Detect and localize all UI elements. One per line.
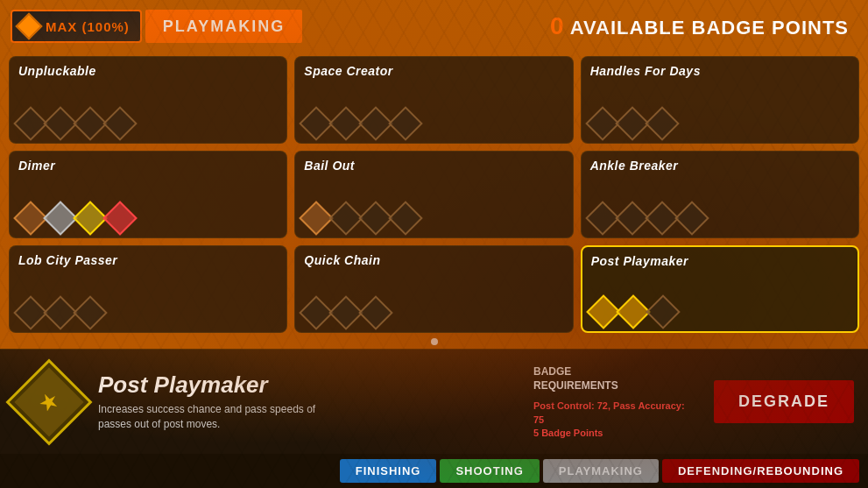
badge-name-handles-for-days: Handles For Days: [590, 64, 850, 78]
badge-pips-dimer: [18, 206, 278, 230]
pip: [359, 295, 394, 330]
badge-pips-lob-city-passer: [18, 301, 278, 325]
badge-card-quick-chain[interactable]: Quick Chain: [294, 245, 573, 333]
badge-card-dimer[interactable]: Dimer: [9, 151, 287, 238]
pip: [674, 201, 709, 236]
badge-name-space-creator: Space Creator: [304, 64, 563, 78]
badge-card-lob-city-passer[interactable]: Lob City Passer: [9, 245, 287, 333]
badge-name-quick-chain: Quick Chain: [304, 253, 563, 267]
badge-pips-space-creator: [304, 111, 563, 136]
pip: [73, 295, 108, 330]
pip: [389, 106, 424, 141]
pip: [645, 106, 680, 141]
badge-grid: Unpluckable Space Creator Handles For Da…: [0, 51, 868, 336]
badge-card-handles-for-days[interactable]: Handles For Days: [581, 56, 859, 144]
pip-hof: [102, 201, 138, 236]
badge-card-unpluckable[interactable]: Unpluckable: [9, 56, 287, 144]
badge-card-ankle-breaker[interactable]: Ankle Breaker: [581, 151, 859, 238]
pip: [646, 294, 681, 329]
badge-name-bail-out: Bail Out: [304, 159, 563, 173]
badge-name-lob-city-passer: Lob City Passer: [18, 253, 278, 267]
badge-name-post-playmaker: Post Playmaker: [591, 254, 849, 268]
badge-name-unpluckable: Unpluckable: [18, 64, 278, 78]
badge-name-dimer: Dimer: [18, 159, 278, 173]
badge-card-post-playmaker[interactable]: Post Playmaker: [581, 245, 859, 333]
badge-card-bail-out[interactable]: Bail Out: [294, 151, 573, 238]
badge-pips-unpluckable: [18, 111, 278, 136]
badge-pips-handles-for-days: [590, 111, 850, 136]
badge-pips-bail-out: [304, 206, 563, 230]
badge-pips-quick-chain: [304, 301, 563, 325]
badge-pips-post-playmaker: [591, 300, 849, 324]
pip: [102, 106, 138, 141]
badge-name-ankle-breaker: Ankle Breaker: [590, 159, 850, 173]
badge-card-space-creator[interactable]: Space Creator: [294, 56, 573, 144]
pip: [389, 201, 424, 236]
badge-pips-ankle-breaker: [590, 206, 850, 230]
